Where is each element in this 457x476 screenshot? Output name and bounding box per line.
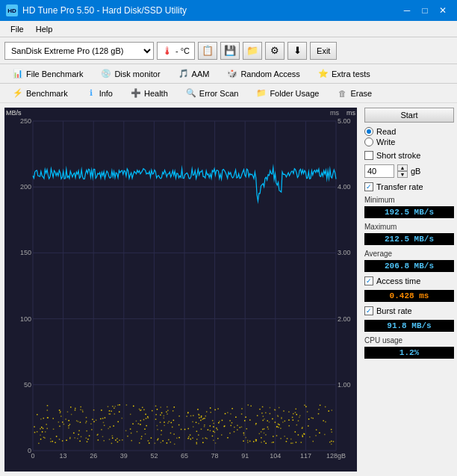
- transfer-rate-label: Transfer rate: [376, 182, 423, 191]
- tab-file-benchmark[interactable]: 📊 File Benchmark: [4, 66, 91, 82]
- tab-extra-tests-label: Extra tests: [332, 69, 370, 78]
- read-radio-item[interactable]: Read: [364, 127, 454, 136]
- info-icon-btn[interactable]: 💾: [220, 42, 240, 60]
- average-value: 206.8 MB/s: [364, 260, 454, 272]
- minimum-value: 192.5 MB/s: [364, 206, 454, 218]
- tab-random-access-label: Random Access: [240, 69, 299, 78]
- start-button[interactable]: Start: [364, 108, 454, 123]
- y-axis-label-mbs: MB/s: [6, 109, 22, 117]
- health-icon-btn[interactable]: 📋: [198, 42, 217, 60]
- short-stroke-item[interactable]: Short stroke: [364, 151, 454, 160]
- erase-icon: 🗑: [337, 88, 347, 99]
- toolbar: SanDisk Extreme Pro (128 gB) 🌡 - °C 📋 💾 …: [0, 37, 457, 64]
- window-title: HD Tune Pro 5.50 - Hard Disk/SSD Utility: [22, 5, 187, 16]
- tab-aam[interactable]: 🎵 AAM: [170, 66, 218, 82]
- titlebar-left: HD HD Tune Pro 5.50 - Hard Disk/SSD Util…: [6, 4, 187, 16]
- burst-rate-checkbox[interactable]: [364, 306, 373, 315]
- stroke-value-input[interactable]: [364, 164, 394, 178]
- minimize-button[interactable]: ─: [399, 4, 415, 17]
- folder-usage-icon: 📁: [256, 88, 267, 99]
- tab-info[interactable]: ℹ Info: [78, 85, 121, 102]
- average-section: Average 206.8 MB/s: [364, 250, 454, 272]
- tab-benchmark-label: Benchmark: [26, 89, 68, 98]
- write-label: Write: [376, 137, 395, 146]
- minimum-label: Minimum: [364, 196, 454, 204]
- tab-health[interactable]: ➕ Health: [122, 85, 176, 102]
- aam-icon: 🎵: [178, 69, 189, 79]
- info-icon: ℹ: [86, 88, 96, 99]
- titlebar-controls: ─ □ ✕: [399, 4, 451, 17]
- app-icon: HD: [6, 4, 18, 16]
- benchmark-icon: ⚡: [13, 88, 23, 99]
- temp-display: 🌡 - °C: [157, 42, 195, 60]
- menubar: File Help: [0, 21, 457, 37]
- download-icon-btn[interactable]: ⬇: [287, 42, 307, 60]
- burst-rate-value: 91.8 MB/s: [364, 320, 454, 332]
- tab-info-label: Info: [99, 89, 113, 98]
- maximum-section: Maximum 212.5 MB/s: [364, 223, 454, 245]
- nav-row-2: ⚡ Benchmark ℹ Info ➕ Health 🔍 Error Scan…: [0, 84, 457, 103]
- main-content: MB/s ms Start Read Write Short stroke ▲ …: [0, 103, 457, 476]
- maximum-label: Maximum: [364, 223, 454, 231]
- spin-row: ▲ ▼ gB: [364, 164, 454, 178]
- menu-help[interactable]: Help: [30, 23, 59, 35]
- cpu-label: CPU usage: [364, 336, 454, 344]
- spin-up-button[interactable]: ▲: [397, 164, 408, 171]
- write-radio[interactable]: [364, 137, 373, 146]
- exit-button[interactable]: Exit: [310, 42, 337, 60]
- maximize-button[interactable]: □: [417, 4, 433, 17]
- extra-tests-icon: ⭐: [318, 69, 329, 79]
- maximum-value: 212.5 MB/s: [364, 233, 454, 245]
- tab-health-label: Health: [144, 89, 168, 98]
- access-time-checkbox[interactable]: [364, 276, 373, 285]
- average-label: Average: [364, 250, 454, 258]
- access-time-label: Access time: [376, 276, 420, 285]
- tab-extra-tests[interactable]: ⭐ Extra tests: [310, 66, 379, 82]
- y-axis-label-ms: ms: [330, 109, 339, 117]
- cpu-section: CPU usage 1.2%: [364, 336, 454, 359]
- tab-benchmark[interactable]: ⚡ Benchmark: [4, 85, 76, 102]
- tab-folder-usage[interactable]: 📁 Folder Usage: [248, 85, 327, 102]
- titlebar: HD HD Tune Pro 5.50 - Hard Disk/SSD Util…: [0, 0, 457, 21]
- short-stroke-checkbox[interactable]: [364, 151, 373, 160]
- burst-rate-label: Burst rate: [376, 306, 412, 315]
- close-button[interactable]: ✕: [435, 4, 451, 17]
- tab-disk-monitor[interactable]: 💿 Disk monitor: [93, 66, 168, 82]
- menu-file[interactable]: File: [4, 23, 30, 35]
- tab-erase[interactable]: 🗑 Erase: [329, 85, 380, 102]
- nav-row-1: 📊 File Benchmark 💿 Disk monitor 🎵 AAM 🎲 …: [0, 64, 457, 84]
- tab-erase-label: Erase: [350, 89, 372, 98]
- thermometer-icon: 🌡: [162, 45, 172, 57]
- tab-disk-monitor-label: Disk monitor: [114, 69, 160, 78]
- benchmark-chart: [4, 108, 357, 472]
- cpu-value: 1.2%: [364, 347, 454, 359]
- short-stroke-label: Short stroke: [376, 151, 420, 160]
- gb-label: gB: [411, 167, 420, 176]
- write-radio-item[interactable]: Write: [364, 137, 454, 146]
- file-benchmark-icon: 📊: [13, 69, 23, 79]
- minimum-section: Minimum 192.5 MB/s: [364, 196, 454, 218]
- access-time-value: 0.428 ms: [364, 290, 454, 302]
- spin-buttons: ▲ ▼: [397, 164, 408, 178]
- drive-select[interactable]: SanDisk Extreme Pro (128 gB): [4, 42, 154, 60]
- spin-down-button[interactable]: ▼: [397, 171, 408, 178]
- read-label: Read: [376, 127, 396, 136]
- tab-error-scan[interactable]: 🔍 Error Scan: [178, 85, 247, 102]
- tab-random-access[interactable]: 🎲 Random Access: [219, 66, 308, 82]
- transfer-rate-checkbox[interactable]: [364, 182, 373, 191]
- tab-error-scan-label: Error Scan: [199, 89, 239, 98]
- chart-area: MB/s ms: [4, 108, 357, 472]
- tab-folder-usage-label: Folder Usage: [270, 89, 319, 98]
- random-access-icon: 🎲: [227, 69, 237, 79]
- transfer-rate-item[interactable]: Transfer rate: [364, 182, 454, 191]
- burst-rate-item[interactable]: Burst rate: [364, 306, 454, 315]
- temp-unit: - °C: [175, 46, 190, 55]
- folder-icon-btn[interactable]: 📁: [243, 42, 262, 60]
- read-write-group: Read Write: [364, 127, 454, 146]
- tab-aam-label: AAM: [192, 69, 210, 78]
- access-time-item[interactable]: Access time: [364, 276, 454, 285]
- right-panel: Start Read Write Short stroke ▲ ▼ gB: [361, 103, 457, 476]
- disk-monitor-icon: 💿: [101, 69, 111, 79]
- read-radio[interactable]: [364, 127, 373, 136]
- settings-icon-btn[interactable]: ⚙: [265, 42, 285, 60]
